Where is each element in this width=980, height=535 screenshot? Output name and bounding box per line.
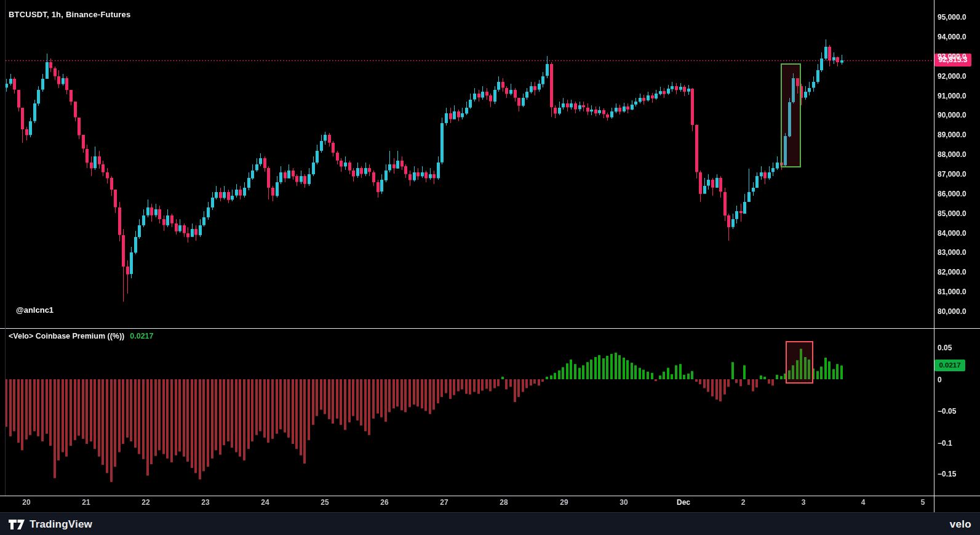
chart-window: BTCUSDT, 1h, Binance-Futures @anlcnc1 <V… (0, 0, 980, 535)
price-axis-label: 88,000.0 (938, 150, 966, 159)
price-axis-label: 84,000.0 (938, 228, 966, 238)
time-axis-label: 28 (493, 498, 514, 507)
footer-bar: TradingView velo (0, 512, 980, 535)
price-axis-label: 83,000.0 (938, 247, 966, 257)
time-axis-label: 23 (195, 498, 216, 507)
time-axis-label: 25 (314, 498, 335, 507)
price-axis-label: 94,000.0 (938, 32, 966, 42)
price-axis[interactable] (934, 0, 980, 328)
premium-axis-label: −0.05 (938, 406, 956, 416)
time-axis-label: 24 (255, 498, 276, 507)
price-axis-label: 87,000.0 (938, 169, 966, 179)
time-axis-label: 22 (135, 498, 156, 507)
time-axis-label: 5 (912, 498, 933, 507)
watermark-username: @anlcnc1 (16, 305, 54, 315)
price-chart-canvas[interactable] (0, 0, 980, 535)
premium-axis-label: −0.1 (938, 438, 952, 448)
time-axis-label: 3 (793, 498, 814, 507)
time-axis-label: 2 (733, 498, 754, 507)
premium-axis-label: −0.15 (938, 469, 956, 479)
price-axis-label: 86,000.0 (938, 189, 966, 199)
time-axis-label: 30 (613, 498, 634, 507)
time-axis-label: 21 (76, 498, 97, 507)
premium-axis-label: 0 (938, 375, 942, 385)
price-axis-label: 90,000.0 (938, 110, 966, 120)
tradingview-label: TradingView (30, 518, 92, 531)
time-axis-label: 29 (554, 498, 575, 507)
time-axis-label: 4 (853, 498, 874, 507)
price-axis-label: 89,000.0 (938, 130, 966, 140)
price-axis-label: 91,000.0 (938, 91, 966, 101)
indicator-value: 0.0217 (130, 332, 153, 340)
time-axis-label: 20 (16, 498, 37, 507)
price-axis-label: 95,000.0 (938, 12, 966, 22)
premium-axis-label: 0.05 (938, 343, 952, 353)
velo-logo[interactable]: velo (950, 518, 971, 531)
price-axis-label: 93,000.0 (938, 52, 966, 62)
symbol-legend[interactable]: BTCUSDT, 1h, Binance-Futures (9, 10, 130, 19)
last-premium-label: 0.0217 (934, 360, 965, 371)
time-axis-label: 27 (434, 498, 455, 507)
price-axis-label: 80,000.0 (938, 307, 966, 316)
tradingview-logo-icon (9, 520, 25, 529)
tradingview-logo[interactable]: TradingView (9, 518, 92, 531)
indicator-legend[interactable]: <Velo> Coinbase Premium ((%))0.0217 (9, 332, 153, 340)
indicator-label: <Velo> Coinbase Premium ((%)) (9, 332, 124, 340)
price-axis-label: 85,000.0 (938, 209, 966, 219)
price-axis-label: 92,000.0 (938, 71, 966, 81)
price-axis-label: 81,000.0 (938, 287, 966, 297)
time-axis-label: 26 (374, 498, 395, 507)
time-axis-label: Dec (673, 498, 694, 507)
price-axis-label: 82,000.0 (938, 267, 966, 277)
